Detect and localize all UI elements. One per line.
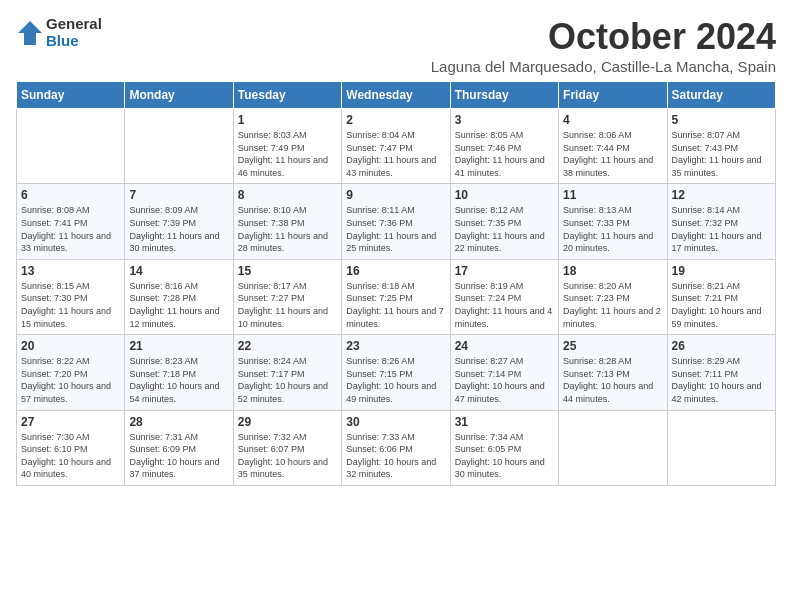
header-thursday: Thursday bbox=[450, 82, 558, 109]
day-number: 30 bbox=[346, 415, 445, 429]
day-info: Sunrise: 8:23 AM Sunset: 7:18 PM Dayligh… bbox=[129, 355, 228, 405]
day-number: 8 bbox=[238, 188, 337, 202]
day-number: 18 bbox=[563, 264, 662, 278]
day-number: 10 bbox=[455, 188, 554, 202]
day-number: 29 bbox=[238, 415, 337, 429]
day-number: 31 bbox=[455, 415, 554, 429]
day-info: Sunrise: 8:26 AM Sunset: 7:15 PM Dayligh… bbox=[346, 355, 445, 405]
header-wednesday: Wednesday bbox=[342, 82, 450, 109]
calendar-cell: 23Sunrise: 8:26 AM Sunset: 7:15 PM Dayli… bbox=[342, 335, 450, 410]
calendar-cell: 21Sunrise: 8:23 AM Sunset: 7:18 PM Dayli… bbox=[125, 335, 233, 410]
day-info: Sunrise: 7:33 AM Sunset: 6:06 PM Dayligh… bbox=[346, 431, 445, 481]
day-number: 20 bbox=[21, 339, 120, 353]
day-info: Sunrise: 8:19 AM Sunset: 7:24 PM Dayligh… bbox=[455, 280, 554, 330]
day-number: 9 bbox=[346, 188, 445, 202]
calendar-cell: 28Sunrise: 7:31 AM Sunset: 6:09 PM Dayli… bbox=[125, 410, 233, 485]
day-info: Sunrise: 8:07 AM Sunset: 7:43 PM Dayligh… bbox=[672, 129, 771, 179]
day-info: Sunrise: 8:22 AM Sunset: 7:20 PM Dayligh… bbox=[21, 355, 120, 405]
calendar-cell: 3Sunrise: 8:05 AM Sunset: 7:46 PM Daylig… bbox=[450, 109, 558, 184]
calendar-cell: 4Sunrise: 8:06 AM Sunset: 7:44 PM Daylig… bbox=[559, 109, 667, 184]
day-number: 11 bbox=[563, 188, 662, 202]
calendar-cell: 29Sunrise: 7:32 AM Sunset: 6:07 PM Dayli… bbox=[233, 410, 341, 485]
calendar-cell: 13Sunrise: 8:15 AM Sunset: 7:30 PM Dayli… bbox=[17, 259, 125, 334]
day-info: Sunrise: 8:03 AM Sunset: 7:49 PM Dayligh… bbox=[238, 129, 337, 179]
calendar-cell: 12Sunrise: 8:14 AM Sunset: 7:32 PM Dayli… bbox=[667, 184, 775, 259]
day-info: Sunrise: 7:31 AM Sunset: 6:09 PM Dayligh… bbox=[129, 431, 228, 481]
day-info: Sunrise: 7:30 AM Sunset: 6:10 PM Dayligh… bbox=[21, 431, 120, 481]
header-saturday: Saturday bbox=[667, 82, 775, 109]
svg-marker-0 bbox=[18, 21, 42, 45]
calendar-cell: 27Sunrise: 7:30 AM Sunset: 6:10 PM Dayli… bbox=[17, 410, 125, 485]
day-info: Sunrise: 8:16 AM Sunset: 7:28 PM Dayligh… bbox=[129, 280, 228, 330]
calendar-cell bbox=[667, 410, 775, 485]
calendar-header-row: SundayMondayTuesdayWednesdayThursdayFrid… bbox=[17, 82, 776, 109]
calendar-cell: 17Sunrise: 8:19 AM Sunset: 7:24 PM Dayli… bbox=[450, 259, 558, 334]
day-number: 14 bbox=[129, 264, 228, 278]
calendar-cell bbox=[17, 109, 125, 184]
calendar-cell: 20Sunrise: 8:22 AM Sunset: 7:20 PM Dayli… bbox=[17, 335, 125, 410]
calendar-table: SundayMondayTuesdayWednesdayThursdayFrid… bbox=[16, 81, 776, 486]
day-info: Sunrise: 8:21 AM Sunset: 7:21 PM Dayligh… bbox=[672, 280, 771, 330]
day-number: 6 bbox=[21, 188, 120, 202]
calendar-cell bbox=[559, 410, 667, 485]
day-number: 26 bbox=[672, 339, 771, 353]
day-info: Sunrise: 8:08 AM Sunset: 7:41 PM Dayligh… bbox=[21, 204, 120, 254]
calendar-cell: 8Sunrise: 8:10 AM Sunset: 7:38 PM Daylig… bbox=[233, 184, 341, 259]
calendar-cell: 5Sunrise: 8:07 AM Sunset: 7:43 PM Daylig… bbox=[667, 109, 775, 184]
header: General Blue October 2024 Laguna del Mar… bbox=[16, 16, 776, 75]
week-row-3: 13Sunrise: 8:15 AM Sunset: 7:30 PM Dayli… bbox=[17, 259, 776, 334]
calendar-cell: 19Sunrise: 8:21 AM Sunset: 7:21 PM Dayli… bbox=[667, 259, 775, 334]
day-info: Sunrise: 8:15 AM Sunset: 7:30 PM Dayligh… bbox=[21, 280, 120, 330]
day-number: 2 bbox=[346, 113, 445, 127]
day-number: 24 bbox=[455, 339, 554, 353]
week-row-5: 27Sunrise: 7:30 AM Sunset: 6:10 PM Dayli… bbox=[17, 410, 776, 485]
header-sunday: Sunday bbox=[17, 82, 125, 109]
calendar-cell: 22Sunrise: 8:24 AM Sunset: 7:17 PM Dayli… bbox=[233, 335, 341, 410]
day-number: 21 bbox=[129, 339, 228, 353]
logo-blue: Blue bbox=[46, 33, 102, 50]
title-area: October 2024 Laguna del Marquesado, Cast… bbox=[431, 16, 776, 75]
location-subtitle: Laguna del Marquesado, Castille-La Manch… bbox=[431, 58, 776, 75]
day-number: 22 bbox=[238, 339, 337, 353]
day-number: 28 bbox=[129, 415, 228, 429]
logo-general: General bbox=[46, 16, 102, 33]
calendar-cell: 2Sunrise: 8:04 AM Sunset: 7:47 PM Daylig… bbox=[342, 109, 450, 184]
day-info: Sunrise: 8:04 AM Sunset: 7:47 PM Dayligh… bbox=[346, 129, 445, 179]
day-number: 3 bbox=[455, 113, 554, 127]
day-number: 17 bbox=[455, 264, 554, 278]
day-info: Sunrise: 8:11 AM Sunset: 7:36 PM Dayligh… bbox=[346, 204, 445, 254]
day-number: 16 bbox=[346, 264, 445, 278]
week-row-4: 20Sunrise: 8:22 AM Sunset: 7:20 PM Dayli… bbox=[17, 335, 776, 410]
day-info: Sunrise: 8:14 AM Sunset: 7:32 PM Dayligh… bbox=[672, 204, 771, 254]
calendar-cell: 1Sunrise: 8:03 AM Sunset: 7:49 PM Daylig… bbox=[233, 109, 341, 184]
calendar-cell: 24Sunrise: 8:27 AM Sunset: 7:14 PM Dayli… bbox=[450, 335, 558, 410]
day-number: 23 bbox=[346, 339, 445, 353]
logo-svg bbox=[16, 19, 44, 47]
day-info: Sunrise: 7:32 AM Sunset: 6:07 PM Dayligh… bbox=[238, 431, 337, 481]
day-info: Sunrise: 8:27 AM Sunset: 7:14 PM Dayligh… bbox=[455, 355, 554, 405]
calendar-cell: 31Sunrise: 7:34 AM Sunset: 6:05 PM Dayli… bbox=[450, 410, 558, 485]
calendar-cell: 25Sunrise: 8:28 AM Sunset: 7:13 PM Dayli… bbox=[559, 335, 667, 410]
calendar-cell: 7Sunrise: 8:09 AM Sunset: 7:39 PM Daylig… bbox=[125, 184, 233, 259]
day-info: Sunrise: 8:20 AM Sunset: 7:23 PM Dayligh… bbox=[563, 280, 662, 330]
logo: General Blue bbox=[16, 16, 102, 49]
calendar-cell: 18Sunrise: 8:20 AM Sunset: 7:23 PM Dayli… bbox=[559, 259, 667, 334]
calendar-cell: 30Sunrise: 7:33 AM Sunset: 6:06 PM Dayli… bbox=[342, 410, 450, 485]
day-number: 25 bbox=[563, 339, 662, 353]
day-number: 15 bbox=[238, 264, 337, 278]
calendar-cell: 26Sunrise: 8:29 AM Sunset: 7:11 PM Dayli… bbox=[667, 335, 775, 410]
day-number: 27 bbox=[21, 415, 120, 429]
calendar-cell: 16Sunrise: 8:18 AM Sunset: 7:25 PM Dayli… bbox=[342, 259, 450, 334]
day-number: 13 bbox=[21, 264, 120, 278]
day-number: 12 bbox=[672, 188, 771, 202]
week-row-1: 1Sunrise: 8:03 AM Sunset: 7:49 PM Daylig… bbox=[17, 109, 776, 184]
day-info: Sunrise: 8:29 AM Sunset: 7:11 PM Dayligh… bbox=[672, 355, 771, 405]
day-info: Sunrise: 8:28 AM Sunset: 7:13 PM Dayligh… bbox=[563, 355, 662, 405]
month-title: October 2024 bbox=[431, 16, 776, 58]
day-number: 5 bbox=[672, 113, 771, 127]
calendar-cell: 9Sunrise: 8:11 AM Sunset: 7:36 PM Daylig… bbox=[342, 184, 450, 259]
header-monday: Monday bbox=[125, 82, 233, 109]
day-number: 4 bbox=[563, 113, 662, 127]
day-info: Sunrise: 8:10 AM Sunset: 7:38 PM Dayligh… bbox=[238, 204, 337, 254]
day-number: 7 bbox=[129, 188, 228, 202]
